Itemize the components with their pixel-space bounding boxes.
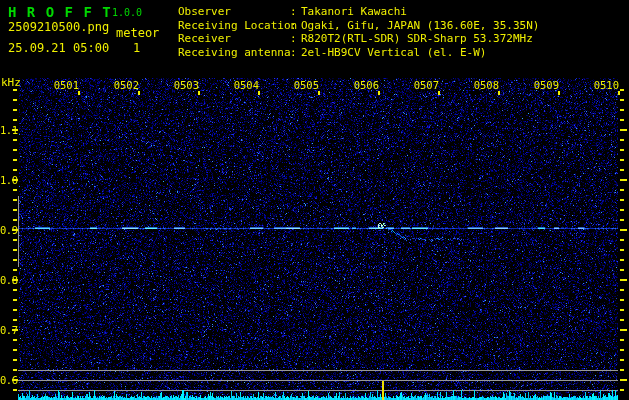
- freq-minor-tick: [13, 89, 17, 91]
- freq-minor-tick: [13, 189, 17, 191]
- time-tick: [558, 91, 560, 95]
- freq-minor-tick: [13, 99, 17, 101]
- freq-minor-tick-right: [620, 219, 624, 221]
- freq-minor-tick-right: [620, 89, 624, 91]
- station-info-row: Receiving Location:Ogaki, Gifu, JAPAN (1…: [178, 19, 539, 33]
- time-tick: [498, 91, 500, 95]
- meteor-count-badge: 1: [133, 41, 140, 55]
- freq-minor-tick: [13, 169, 17, 171]
- freq-major-tick: [12, 229, 18, 231]
- freq-minor-tick: [13, 159, 17, 161]
- time-tick: [438, 91, 440, 95]
- freq-minor-tick: [13, 319, 17, 321]
- capture-filename: 2509210500.png: [8, 20, 109, 34]
- station-row-label: Receiving Location: [178, 19, 290, 33]
- time-tick-label: 0506: [349, 79, 379, 91]
- freq-minor-tick: [13, 369, 17, 371]
- time-tick: [198, 91, 200, 95]
- freq-minor-tick-right: [620, 349, 624, 351]
- time-tick: [318, 91, 320, 95]
- capture-datetime: 25.09.21 05:00: [8, 41, 109, 55]
- station-row-label: Receiver: [178, 32, 290, 46]
- freq-minor-tick-right: [620, 299, 624, 301]
- freq-minor-tick-right: [620, 259, 624, 261]
- time-tick-label: 0508: [469, 79, 499, 91]
- freq-minor-tick-right: [620, 369, 624, 371]
- time-tick: [138, 91, 140, 95]
- freq-minor-tick-right: [620, 109, 624, 111]
- hrofft-screen: H R O F F T 1.0.0 2509210500.png meteor …: [0, 0, 629, 400]
- time-tick-label: 0510: [589, 79, 619, 91]
- freq-minor-tick: [13, 219, 17, 221]
- freq-major-tick: [12, 179, 18, 181]
- freq-minor-tick: [13, 109, 17, 111]
- station-info: Observer:Takanori Kawachi Receiving Loca…: [178, 5, 539, 59]
- freq-minor-tick: [13, 309, 17, 311]
- station-row-label: Observer: [178, 5, 290, 19]
- freq-minor-tick: [13, 289, 17, 291]
- freq-minor-tick-right: [620, 99, 624, 101]
- freq-major-tick: [12, 379, 18, 381]
- time-tick: [258, 91, 260, 95]
- station-info-row: Receiver:R820T2(RTL-SDR) SDR-Sharp 53.37…: [178, 32, 539, 46]
- freq-minor-tick: [13, 249, 17, 251]
- freq-minor-tick-right: [620, 209, 624, 211]
- freq-minor-tick-right: [620, 119, 624, 121]
- freq-minor-tick-right: [620, 159, 624, 161]
- station-row-separator: :: [290, 32, 301, 46]
- freq-major-tick: [12, 129, 18, 131]
- app-title: H R O F F T: [8, 4, 112, 20]
- app-version: 1.0.0: [112, 7, 142, 18]
- freq-minor-tick-right: [620, 199, 624, 201]
- spectrogram-canvas: [0, 0, 629, 400]
- freq-minor-tick: [13, 359, 17, 361]
- freq-minor-tick: [13, 239, 17, 241]
- freq-minor-tick: [13, 349, 17, 351]
- freq-minor-tick-right: [620, 309, 624, 311]
- time-tick-label: 0503: [169, 79, 199, 91]
- freq-minor-tick: [13, 209, 17, 211]
- station-row-separator: :: [290, 46, 301, 60]
- freq-major-tick: [12, 279, 18, 281]
- freq-minor-tick-right: [620, 169, 624, 171]
- freq-minor-tick: [13, 199, 17, 201]
- freq-major-tick-right: [620, 129, 627, 131]
- freq-minor-tick: [13, 259, 17, 261]
- freq-minor-tick-right: [620, 189, 624, 191]
- station-info-row: Observer:Takanori Kawachi: [178, 5, 539, 19]
- freq-minor-tick: [13, 339, 17, 341]
- freq-minor-tick-right: [620, 149, 624, 151]
- freq-major-tick-right: [620, 379, 627, 381]
- freq-minor-tick: [13, 149, 17, 151]
- freq-major-tick-right: [620, 229, 627, 231]
- station-row-separator: :: [290, 5, 301, 19]
- freq-minor-tick-right: [620, 139, 624, 141]
- station-row-value: 2el-HB9CV Vertical (el. E-W): [301, 46, 486, 59]
- time-tick-label: 0501: [49, 79, 79, 91]
- freq-minor-tick: [13, 269, 17, 271]
- freq-minor-tick-right: [620, 359, 624, 361]
- freq-minor-tick: [13, 119, 17, 121]
- time-tick: [618, 91, 620, 95]
- freq-minor-tick-right: [620, 289, 624, 291]
- station-info-row: Receiving antenna:2el-HB9CV Vertical (el…: [178, 46, 539, 60]
- station-row-value: R820T2(RTL-SDR) SDR-Sharp 53.372MHz: [301, 32, 533, 45]
- freq-minor-tick-right: [620, 239, 624, 241]
- freq-major-tick: [12, 329, 18, 331]
- time-tick: [78, 91, 80, 95]
- freq-axis-unit-label: kHz: [1, 76, 21, 89]
- time-tick-label: 0504: [229, 79, 259, 91]
- station-row-value: Takanori Kawachi: [301, 5, 407, 18]
- mode-label: meteor: [116, 26, 159, 40]
- freq-minor-tick-right: [620, 339, 624, 341]
- freq-major-tick-right: [620, 279, 627, 281]
- freq-minor-tick-right: [620, 389, 624, 391]
- station-row-separator: :: [290, 19, 301, 33]
- freq-minor-tick-right: [620, 249, 624, 251]
- time-tick-label: 0509: [529, 79, 559, 91]
- time-tick-label: 0505: [289, 79, 319, 91]
- time-tick: [378, 91, 380, 95]
- freq-minor-tick: [13, 389, 17, 391]
- station-row-value: Ogaki, Gifu, JAPAN (136.60E, 35.35N): [301, 19, 539, 32]
- station-row-label: Receiving antenna: [178, 46, 290, 60]
